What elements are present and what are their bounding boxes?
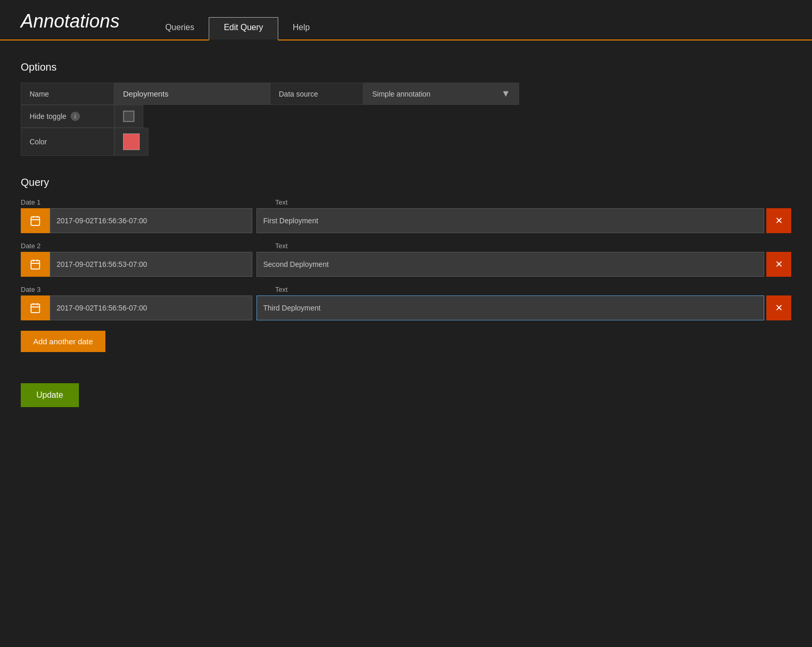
options-row-color: Color	[21, 128, 791, 156]
text-3-input[interactable]	[256, 295, 764, 320]
calendar-2-button[interactable]	[21, 252, 50, 277]
color-swatch[interactable]	[123, 133, 140, 150]
date-1-label: Date 1	[21, 198, 40, 206]
query-entry-2: Date 2 Text ✕	[21, 241, 791, 277]
date-2-label: Date 2	[21, 242, 40, 250]
svg-rect-0	[31, 217, 40, 226]
options-title: Options	[21, 61, 791, 73]
app-title: Annotations	[21, 10, 119, 39]
calendar-3-icon	[30, 302, 41, 314]
query-entry-3-labels: Date 3 Text	[21, 285, 791, 293]
dropdown-arrow-icon: ▼	[501, 88, 510, 99]
tab-edit-query[interactable]: Edit Query	[209, 17, 278, 41]
datasource-dropdown[interactable]: Simple annotation ▼	[363, 83, 519, 105]
text-2-input[interactable]	[256, 252, 764, 277]
nav-tabs: Queries Edit Query Help	[151, 17, 324, 39]
query-entry-3: Date 3 Text ✕	[21, 285, 791, 320]
calendar-1-button[interactable]	[21, 208, 50, 233]
calendar-3-button[interactable]	[21, 295, 50, 320]
info-icon[interactable]: i	[71, 112, 80, 121]
date-3-label: Date 3	[21, 286, 40, 293]
query-section: Query Date 1 Text	[21, 177, 791, 407]
remove-2-icon: ✕	[775, 259, 783, 270]
tab-queries[interactable]: Queries	[151, 18, 209, 39]
hide-toggle-label: Hide toggle i	[21, 105, 114, 128]
hide-toggle-checkbox[interactable]	[123, 111, 134, 122]
svg-rect-8	[31, 304, 40, 313]
text-3-label: Text	[275, 286, 288, 293]
remove-3-button[interactable]: ✕	[766, 295, 791, 320]
datasource-value-text: Simple annotation	[372, 90, 430, 98]
options-row-name: Name Deployments Data source Simple anno…	[21, 83, 791, 105]
name-label: Name	[21, 83, 114, 105]
hide-toggle-checkbox-cell	[114, 105, 143, 128]
color-label: Color	[21, 128, 114, 156]
update-button[interactable]: Update	[21, 383, 79, 407]
remove-1-icon: ✕	[775, 215, 783, 226]
options-row-toggle: Hide toggle i	[21, 105, 791, 128]
name-value: Deployments	[114, 83, 270, 105]
query-entry-2-labels: Date 2 Text	[21, 241, 791, 250]
header: Annotations Queries Edit Query Help	[0, 0, 812, 41]
calendar-2-icon	[30, 259, 41, 270]
query-entry-1: Date 1 Text ✕	[21, 198, 791, 233]
query-title: Query	[21, 177, 791, 188]
remove-1-button[interactable]: ✕	[766, 208, 791, 233]
text-1-label: Text	[275, 198, 288, 206]
datasource-label: Data source	[270, 83, 363, 105]
query-entry-2-inputs: ✕	[21, 252, 791, 277]
svg-rect-4	[31, 261, 40, 269]
text-2-label: Text	[275, 242, 288, 250]
remove-3-icon: ✕	[775, 302, 783, 314]
date-3-input[interactable]	[50, 295, 252, 320]
tab-help[interactable]: Help	[278, 18, 324, 39]
query-entry-1-labels: Date 1 Text	[21, 198, 791, 206]
date-2-input[interactable]	[50, 252, 252, 277]
query-entry-1-inputs: ✕	[21, 208, 791, 233]
add-another-date-button[interactable]: Add another date	[21, 331, 105, 352]
main-content: Options Name Deployments Data source Sim…	[0, 41, 812, 428]
query-entry-3-inputs: ✕	[21, 295, 791, 320]
text-1-input[interactable]	[256, 208, 764, 233]
date-1-input[interactable]	[50, 208, 252, 233]
remove-2-button[interactable]: ✕	[766, 252, 791, 277]
color-swatch-cell	[114, 128, 148, 156]
options-section: Options Name Deployments Data source Sim…	[21, 61, 791, 156]
calendar-1-icon	[30, 215, 41, 226]
